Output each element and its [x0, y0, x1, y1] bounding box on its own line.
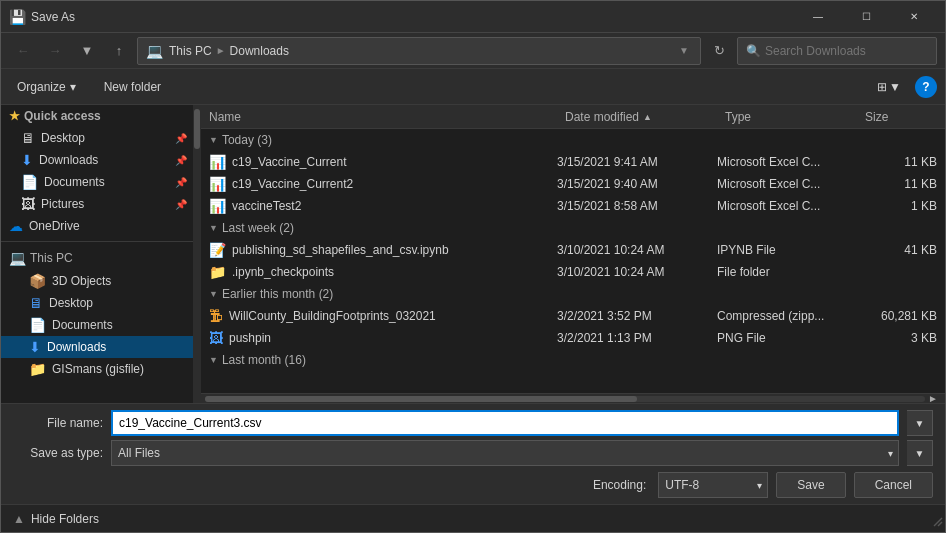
- file-name-pushpin: 🖼 pushpin: [209, 330, 557, 346]
- maximize-button[interactable]: ☐: [843, 1, 889, 33]
- encoding-label: Encoding:: [593, 478, 646, 492]
- group-lastweek[interactable]: ▼ Last week (2): [201, 217, 945, 239]
- file-date-1: 3/15/2021 9:41 AM: [557, 155, 717, 169]
- pin-icon-2: 📌: [175, 155, 187, 166]
- saveas-select[interactable]: All Files: [111, 440, 899, 466]
- file-list-header: Name Date modified ▲ Type Size: [201, 105, 945, 129]
- file-row-ipynb[interactable]: 📝 publishing_sd_shapefiles_and_csv.ipynb…: [201, 239, 945, 261]
- group-chevron-lastweek: ▼: [209, 223, 218, 233]
- pictures-icon: 🖼: [21, 196, 35, 212]
- refresh-button[interactable]: ↻: [705, 37, 733, 65]
- sidebar-scrollbar-thumb[interactable]: [194, 109, 200, 149]
- this-pc-header[interactable]: 💻 This PC: [1, 246, 193, 270]
- sidebar-item-downloads2[interactable]: ⬇ Downloads: [1, 336, 193, 358]
- sidebar-item-desktop2[interactable]: 🖥 Desktop: [1, 292, 193, 314]
- file-row-willcounty[interactable]: 🗜 WillCounty_BuildingFootprints_032021 3…: [201, 305, 945, 327]
- group-chevron-earlier: ▼: [209, 289, 218, 299]
- file-name-checkpoints: 📁 .ipynb_checkpoints: [209, 264, 557, 280]
- back-button[interactable]: ←: [9, 37, 37, 65]
- horizontal-scrollbar[interactable]: ►: [201, 393, 945, 403]
- onedrive-icon: ☁: [9, 218, 23, 234]
- col-header-name[interactable]: Name: [201, 105, 557, 128]
- sidebar-scrollbar[interactable]: [193, 105, 201, 403]
- sidebar-item-3dobjects[interactable]: 📦 3D Objects: [1, 270, 193, 292]
- group-lastmonth[interactable]: ▼ Last month (16): [201, 349, 945, 371]
- file-name-text-4: publishing_sd_shapefiles_and_csv.ipynb: [232, 243, 449, 257]
- organize-arrow: ▾: [70, 80, 76, 94]
- search-input[interactable]: [765, 44, 928, 58]
- search-box[interactable]: 🔍: [737, 37, 937, 65]
- folder-icon-check: 📁: [209, 264, 226, 280]
- resize-grip[interactable]: [932, 516, 944, 531]
- save-button[interactable]: Save: [776, 472, 845, 498]
- file-type-6: Compressed (zipp...: [717, 309, 857, 323]
- file-date-3: 3/15/2021 8:58 AM: [557, 199, 717, 213]
- quick-access-header[interactable]: ★ Quick access: [1, 105, 193, 127]
- filename-dropdown[interactable]: ▼: [907, 410, 933, 436]
- hide-folders-icon: ▲: [13, 512, 25, 526]
- group-lastmonth-label: Last month (16): [222, 353, 306, 367]
- sidebar-item-gismans[interactable]: 📁 GISmans (gisfile): [1, 358, 193, 380]
- sidebar-item-pictures[interactable]: 🖼 Pictures 📌: [1, 193, 193, 215]
- horizontal-scrollbar-thumb[interactable]: [205, 396, 637, 402]
- pc-icon: 💻: [146, 43, 163, 59]
- new-folder-button[interactable]: New folder: [92, 74, 173, 100]
- sidebar-item-documents2[interactable]: 📄 Documents: [1, 314, 193, 336]
- sidebar-item-desktop[interactable]: 🖥 Desktop 📌: [1, 127, 193, 149]
- file-type-5: File folder: [717, 265, 857, 279]
- group-earlier-label: Earlier this month (2): [222, 287, 333, 301]
- file-size-3: 1 KB: [857, 199, 937, 213]
- action-bar: Organize ▾ New folder ⊞ ▼ ?: [1, 69, 945, 105]
- file-type-4: IPYNB File: [717, 243, 857, 257]
- pin-icon: 📌: [175, 133, 187, 144]
- col-header-date[interactable]: Date modified ▲: [557, 105, 717, 128]
- encoding-select[interactable]: UTF-8: [658, 472, 768, 498]
- file-name-text-6: WillCounty_BuildingFootprints_032021: [229, 309, 436, 323]
- filename-input[interactable]: [111, 410, 899, 436]
- hide-folders-bar[interactable]: ▲ Hide Folders: [1, 504, 945, 532]
- file-row-pushpin[interactable]: 🖼 pushpin 3/2/2021 1:13 PM PNG File 3 KB: [201, 327, 945, 349]
- file-row-c19-1[interactable]: 📊 c19_Vaccine_Current 3/15/2021 9:41 AM …: [201, 151, 945, 173]
- up-button[interactable]: ↑: [105, 37, 133, 65]
- file-name-text: c19_Vaccine_Current: [232, 155, 347, 169]
- sidebar-item-documents[interactable]: 📄 Documents 📌: [1, 171, 193, 193]
- sidebar-item-downloads2-label: Downloads: [47, 340, 106, 354]
- star-icon: ★: [9, 109, 20, 123]
- breadcrumb-pc: This PC: [169, 44, 212, 58]
- sidebar-item-gismans-label: GISmans (gisfile): [52, 362, 144, 376]
- organize-button[interactable]: Organize ▾: [9, 74, 84, 100]
- file-row-c19-2[interactable]: 📊 c19_Vaccine_Current2 3/15/2021 9:40 AM…: [201, 173, 945, 195]
- sidebar-item-onedrive[interactable]: ☁ OneDrive: [1, 215, 193, 237]
- file-date-6: 3/2/2021 3:52 PM: [557, 309, 717, 323]
- help-button[interactable]: ?: [915, 76, 937, 98]
- forward-button[interactable]: →: [41, 37, 69, 65]
- pin-icon-4: 📌: [175, 199, 187, 210]
- file-type-2: Microsoft Excel C...: [717, 177, 857, 191]
- group-chevron-lastmonth: ▼: [209, 355, 218, 365]
- sort-icon: ▲: [643, 112, 652, 122]
- sidebar-item-desktop-label: Desktop: [41, 131, 85, 145]
- file-name-text-7: pushpin: [229, 331, 271, 345]
- sidebar: ★ Quick access 🖥 Desktop 📌 ⬇ Downloads 📌…: [1, 105, 201, 403]
- minimize-button[interactable]: —: [795, 1, 841, 33]
- sidebar-item-downloads[interactable]: ⬇ Downloads 📌: [1, 149, 193, 171]
- file-name-text-3: vaccineTest2: [232, 199, 301, 213]
- breadcrumb-dropdown[interactable]: ▼: [676, 37, 692, 65]
- group-today[interactable]: ▼ Today (3): [201, 129, 945, 151]
- file-row-checkpoints[interactable]: 📁 .ipynb_checkpoints 3/10/2021 10:24 AM …: [201, 261, 945, 283]
- breadcrumb-bar[interactable]: 💻 This PC ► Downloads ▼: [137, 37, 701, 65]
- group-earlier[interactable]: ▼ Earlier this month (2): [201, 283, 945, 305]
- recent-locations-button[interactable]: ▼: [73, 37, 101, 65]
- close-button[interactable]: ✕: [891, 1, 937, 33]
- col-header-size[interactable]: Size: [857, 105, 937, 128]
- col-header-type[interactable]: Type: [717, 105, 857, 128]
- downloads2-icon: ⬇: [29, 339, 41, 355]
- saveas-dropdown[interactable]: ▼: [907, 440, 933, 466]
- saveas-label: Save as type:: [13, 446, 103, 460]
- file-row-vaccine-test[interactable]: 📊 vaccineTest2 3/15/2021 8:58 AM Microso…: [201, 195, 945, 217]
- view-button[interactable]: ⊞ ▼: [871, 74, 907, 100]
- scroll-right-btn[interactable]: ►: [925, 394, 941, 404]
- file-type-7: PNG File: [717, 331, 857, 345]
- file-type-1: Microsoft Excel C...: [717, 155, 857, 169]
- cancel-button[interactable]: Cancel: [854, 472, 933, 498]
